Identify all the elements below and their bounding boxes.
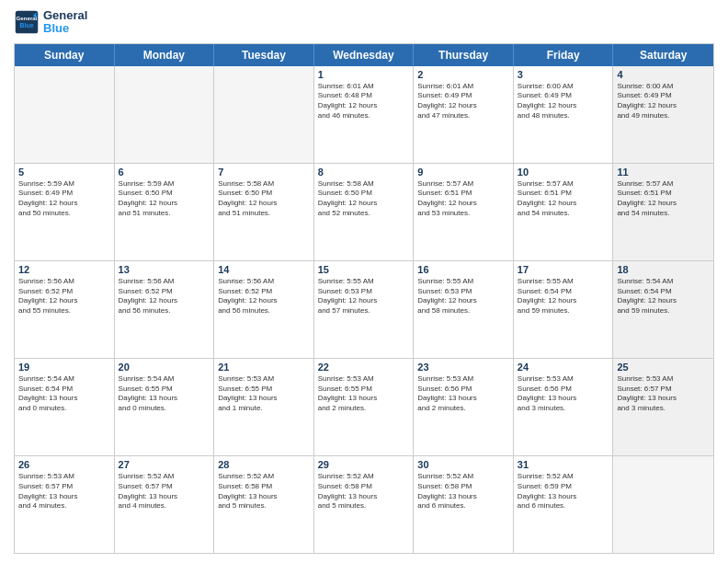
- day-info: Sunrise: 5:56 AM Sunset: 6:52 PM Dayligh…: [218, 277, 310, 316]
- day-number: 24: [518, 362, 609, 373]
- day-info: Sunrise: 5:54 AM Sunset: 6:54 PM Dayligh…: [18, 374, 110, 414]
- day-number: 4: [617, 69, 710, 80]
- day-info: Sunrise: 5:59 AM Sunset: 6:50 PM Dayligh…: [119, 179, 210, 219]
- day-info: Sunrise: 5:56 AM Sunset: 6:52 PM Dayligh…: [18, 277, 110, 316]
- weekday-header-monday: Monday: [115, 44, 215, 66]
- day-info: Sunrise: 5:53 AM Sunset: 6:57 PM Dayligh…: [18, 472, 110, 511]
- day-info: Sunrise: 5:55 AM Sunset: 6:53 PM Dayligh…: [417, 277, 509, 316]
- day-number: 15: [318, 264, 410, 275]
- day-info: Sunrise: 5:52 AM Sunset: 6:58 PM Dayligh…: [218, 472, 310, 511]
- calendar-body: 1Sunrise: 6:01 AM Sunset: 6:48 PM Daylig…: [15, 66, 713, 553]
- calendar-day-31: 31Sunrise: 5:52 AM Sunset: 6:59 PM Dayli…: [514, 456, 614, 553]
- calendar-day-23: 23Sunrise: 5:53 AM Sunset: 6:56 PM Dayli…: [414, 359, 514, 455]
- day-info: Sunrise: 5:57 AM Sunset: 6:51 PM Dayligh…: [417, 179, 509, 219]
- calendar-day-2: 2Sunrise: 6:01 AM Sunset: 6:49 PM Daylig…: [414, 66, 514, 163]
- calendar-day-28: 28Sunrise: 5:52 AM Sunset: 6:58 PM Dayli…: [214, 456, 314, 553]
- day-number: 6: [119, 167, 210, 178]
- day-number: 19: [18, 362, 110, 373]
- day-number: 3: [518, 69, 609, 80]
- day-info: Sunrise: 5:58 AM Sunset: 6:50 PM Dayligh…: [218, 179, 310, 219]
- day-number: 25: [617, 362, 710, 373]
- day-number: 20: [119, 362, 210, 373]
- day-number: 2: [417, 69, 509, 80]
- day-info: Sunrise: 5:53 AM Sunset: 6:56 PM Dayligh…: [518, 374, 609, 414]
- calendar-day-9: 9Sunrise: 5:57 AM Sunset: 6:51 PM Daylig…: [414, 164, 514, 260]
- day-info: Sunrise: 5:56 AM Sunset: 6:52 PM Dayligh…: [119, 277, 210, 316]
- calendar-day-10: 10Sunrise: 5:57 AM Sunset: 6:51 PM Dayli…: [514, 164, 614, 260]
- calendar-day-3: 3Sunrise: 6:00 AM Sunset: 6:49 PM Daylig…: [514, 66, 614, 163]
- calendar-day-21: 21Sunrise: 5:53 AM Sunset: 6:55 PM Dayli…: [214, 359, 314, 455]
- day-info: Sunrise: 5:58 AM Sunset: 6:50 PM Dayligh…: [318, 179, 410, 219]
- calendar-day-11: 11Sunrise: 5:57 AM Sunset: 6:51 PM Dayli…: [613, 164, 713, 260]
- calendar-empty-cell: [613, 456, 713, 553]
- day-number: 8: [318, 167, 410, 178]
- day-info: Sunrise: 6:00 AM Sunset: 6:49 PM Dayligh…: [617, 82, 710, 121]
- weekday-header-sunday: Sunday: [15, 44, 115, 66]
- calendar-day-16: 16Sunrise: 5:55 AM Sunset: 6:53 PM Dayli…: [414, 261, 514, 358]
- calendar-empty-cell: [115, 66, 215, 163]
- calendar-day-30: 30Sunrise: 5:52 AM Sunset: 6:58 PM Dayli…: [414, 456, 514, 553]
- calendar: SundayMondayTuesdayWednesdayThursdayFrid…: [14, 43, 714, 554]
- day-number: 9: [417, 167, 509, 178]
- day-number: 11: [617, 167, 710, 178]
- day-number: 23: [417, 362, 509, 373]
- weekday-header-tuesday: Tuesday: [214, 44, 314, 66]
- calendar-header: SundayMondayTuesdayWednesdayThursdayFrid…: [15, 44, 713, 66]
- day-number: 17: [518, 264, 609, 275]
- day-info: Sunrise: 5:55 AM Sunset: 6:53 PM Dayligh…: [318, 277, 410, 316]
- calendar-day-4: 4Sunrise: 6:00 AM Sunset: 6:49 PM Daylig…: [613, 66, 713, 163]
- day-number: 27: [119, 459, 210, 470]
- calendar-row-0: 1Sunrise: 6:01 AM Sunset: 6:48 PM Daylig…: [15, 66, 713, 163]
- day-number: 30: [417, 459, 509, 470]
- calendar-day-1: 1Sunrise: 6:01 AM Sunset: 6:48 PM Daylig…: [314, 66, 415, 163]
- weekday-header-saturday: Saturday: [613, 44, 713, 66]
- calendar-day-5: 5Sunrise: 5:59 AM Sunset: 6:49 PM Daylig…: [15, 164, 115, 260]
- calendar-day-20: 20Sunrise: 5:54 AM Sunset: 6:55 PM Dayli…: [115, 359, 215, 455]
- day-info: Sunrise: 6:01 AM Sunset: 6:48 PM Dayligh…: [318, 82, 410, 121]
- calendar-day-24: 24Sunrise: 5:53 AM Sunset: 6:56 PM Dayli…: [514, 359, 614, 455]
- day-number: 21: [218, 362, 310, 373]
- day-number: 26: [18, 459, 110, 470]
- calendar-day-22: 22Sunrise: 5:53 AM Sunset: 6:55 PM Dayli…: [314, 359, 415, 455]
- day-number: 7: [218, 167, 310, 178]
- day-info: Sunrise: 5:57 AM Sunset: 6:51 PM Dayligh…: [617, 179, 710, 219]
- day-number: 14: [218, 264, 310, 275]
- page: General Blue General Blue SundayMondayTu…: [0, 0, 728, 563]
- calendar-row-4: 26Sunrise: 5:53 AM Sunset: 6:57 PM Dayli…: [15, 455, 713, 553]
- calendar-day-14: 14Sunrise: 5:56 AM Sunset: 6:52 PM Dayli…: [214, 261, 314, 358]
- day-info: Sunrise: 5:53 AM Sunset: 6:56 PM Dayligh…: [417, 374, 509, 414]
- weekday-header-wednesday: Wednesday: [314, 44, 415, 66]
- day-info: Sunrise: 5:57 AM Sunset: 6:51 PM Dayligh…: [518, 179, 609, 219]
- calendar-day-26: 26Sunrise: 5:53 AM Sunset: 6:57 PM Dayli…: [15, 456, 115, 553]
- calendar-day-15: 15Sunrise: 5:55 AM Sunset: 6:53 PM Dayli…: [314, 261, 415, 358]
- logo-line2: Blue: [43, 22, 87, 35]
- svg-text:Blue: Blue: [19, 22, 33, 29]
- day-number: 29: [318, 459, 410, 470]
- day-info: Sunrise: 5:53 AM Sunset: 6:55 PM Dayligh…: [318, 374, 410, 414]
- logo-line1: General: [43, 9, 87, 22]
- day-number: 18: [617, 264, 710, 275]
- calendar-day-6: 6Sunrise: 5:59 AM Sunset: 6:50 PM Daylig…: [115, 164, 215, 260]
- calendar-day-18: 18Sunrise: 5:54 AM Sunset: 6:54 PM Dayli…: [613, 261, 713, 358]
- day-number: 5: [18, 167, 110, 178]
- calendar-row-3: 19Sunrise: 5:54 AM Sunset: 6:54 PM Dayli…: [15, 358, 713, 455]
- calendar-day-7: 7Sunrise: 5:58 AM Sunset: 6:50 PM Daylig…: [214, 164, 314, 260]
- calendar-day-27: 27Sunrise: 5:52 AM Sunset: 6:57 PM Dayli…: [115, 456, 215, 553]
- calendar-day-13: 13Sunrise: 5:56 AM Sunset: 6:52 PM Dayli…: [115, 261, 215, 358]
- calendar-empty-cell: [15, 66, 115, 163]
- day-number: 28: [218, 459, 310, 470]
- day-info: Sunrise: 5:52 AM Sunset: 6:59 PM Dayligh…: [518, 472, 609, 511]
- calendar-day-8: 8Sunrise: 5:58 AM Sunset: 6:50 PM Daylig…: [314, 164, 415, 260]
- day-info: Sunrise: 5:54 AM Sunset: 6:54 PM Dayligh…: [617, 277, 710, 316]
- day-info: Sunrise: 5:54 AM Sunset: 6:55 PM Dayligh…: [119, 374, 210, 414]
- calendar-row-2: 12Sunrise: 5:56 AM Sunset: 6:52 PM Dayli…: [15, 260, 713, 358]
- logo: General Blue General Blue: [14, 9, 87, 36]
- day-info: Sunrise: 5:52 AM Sunset: 6:57 PM Dayligh…: [119, 472, 210, 511]
- day-number: 16: [417, 264, 509, 275]
- day-info: Sunrise: 6:01 AM Sunset: 6:49 PM Dayligh…: [417, 82, 509, 121]
- day-info: Sunrise: 5:53 AM Sunset: 6:57 PM Dayligh…: [617, 374, 710, 414]
- day-number: 13: [119, 264, 210, 275]
- day-info: Sunrise: 5:52 AM Sunset: 6:58 PM Dayligh…: [417, 472, 509, 511]
- weekday-header-friday: Friday: [514, 44, 614, 66]
- weekday-header-thursday: Thursday: [414, 44, 514, 66]
